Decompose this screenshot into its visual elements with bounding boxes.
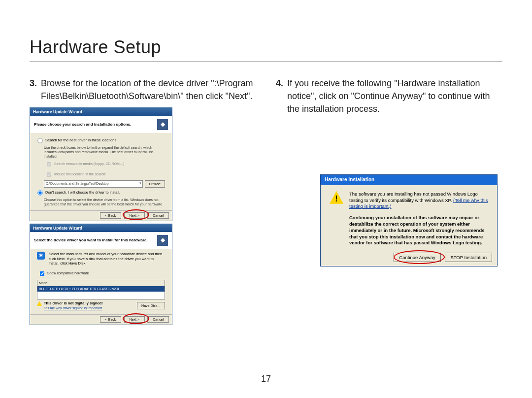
page-number: 17 [0,374,532,384]
chk-removable [47,162,51,166]
stop-installation-button[interactable]: STOP Installation [445,253,492,262]
radio-search-best-input[interactable] [37,138,42,143]
model-list[interactable]: Model BLUETOOTH USB + EDR ADAPTER CLASS … [37,280,165,299]
wizard2-back-button[interactable]: < Back [100,316,122,323]
chk-include-location-label: Include this location in the search: [54,172,106,176]
device-icon-2: ◆ [157,235,168,246]
wizard2-next-button[interactable]: Next > [124,316,145,323]
wizard1-titlebar: Hardware Update Wizard [30,108,172,116]
step-4-text: If you receive the following "Hardware i… [287,77,502,115]
chk-compatible-hardware-label: Show compatible hardware [47,272,89,275]
warning-triangle-icon [330,191,343,204]
radio-dont-search-label: Don't search. I will choose the driver t… [45,190,120,195]
bluetooth-icon: ✱ [37,252,45,260]
browse-button[interactable]: Browse [145,180,165,188]
wizard1-next-button[interactable]: Next > [124,212,145,219]
wizard1-back-button[interactable]: < Back [100,212,122,219]
wizard2-heading: Select the device driver you want to ins… [34,237,148,243]
continue-anyway-button[interactable]: Continue Anyway [394,253,440,262]
wizard2-titlebar: Hardware Update Wizard [30,224,172,232]
model-row-selected[interactable]: BLUETOOTH USB + EDR ADAPTER CLASS 2 v2.0 [37,286,165,292]
chk-compatible-hardware[interactable] [40,271,44,276]
hwi-titlebar: Hardware Installation [321,175,497,185]
radio-search-best[interactable]: Search for the best driver in these loca… [37,137,165,144]
why-signing-link[interactable]: Tell me why driver signing is important [44,306,103,310]
wizard-search-dialog: Hardware Update Wizard Please choose you… [30,107,172,221]
hardware-installation-dialog: Hardware Installation The software you a… [320,174,498,266]
radio-dont-search[interactable]: Don't search. I will choose the driver t… [37,190,165,196]
location-combo[interactable]: C:\Documents and Settings\Test\Desktop [44,180,143,188]
step-3-number: 3. [30,77,37,102]
have-disk-button[interactable]: Have Disk… [137,302,165,309]
wizard2-cancel-button[interactable]: Cancel [147,316,169,323]
search-help-text: Use the check boxes below to limit or ex… [44,145,165,159]
step-4-number: 4. [276,77,283,115]
warning-icon [37,301,42,306]
wizard1-cancel-button[interactable]: Cancel [147,212,169,219]
device-icon: ◆ [157,119,168,130]
not-signed-text: This driver is not digitally signed! [44,301,103,306]
wizard1-heading: Please choose your search and installati… [34,122,131,128]
step-3: 3. Browse for the location of the device… [30,77,256,102]
hwi-bold-warning: Continuing your installation of this sof… [349,215,488,246]
step-3-text: Browse for the location of the device dr… [41,77,256,102]
radio-dont-search-input[interactable] [37,190,42,195]
chk-include-location [47,172,51,177]
wizard-select-driver-dialog: Hardware Update Wizard Select the device… [30,224,172,325]
dont-search-help: Choose this option to select the device … [44,198,165,206]
wizard2-instructions: Select the manufacturer and model of you… [49,252,165,266]
page-title: Hardware Setup [30,37,502,58]
model-column-header: Model [37,280,165,286]
step-4: 4. If you receive the following "Hardwar… [276,77,502,115]
chk-removable-label: Search removable media (floppy, CD-ROM…) [54,162,124,166]
title-rule [30,62,502,62]
radio-search-best-label: Search for the best driver in these loca… [45,138,117,142]
